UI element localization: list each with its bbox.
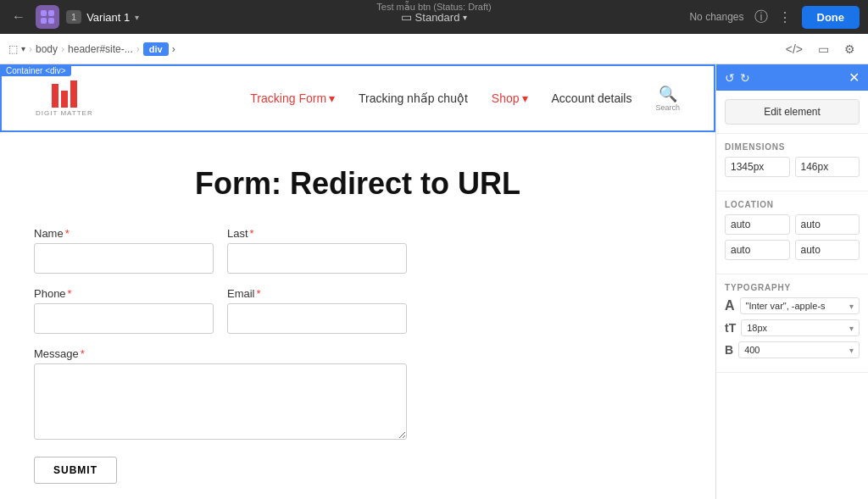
breadcrumb-bar: ⬚ ▾ › body › header#site-... › div › </>… <box>0 34 868 64</box>
name-input[interactable] <box>34 243 214 274</box>
svg-rect-2 <box>41 18 47 24</box>
location-row-2 <box>725 240 860 260</box>
logo-bar-1 <box>52 84 58 108</box>
nav-item-shop[interactable]: Shop ▾ <box>492 91 528 105</box>
container-label: Container <div> <box>1 65 71 76</box>
topbar-center: ▭ Standard ▾ <box>394 7 475 27</box>
phone-label: Phone* <box>34 287 214 300</box>
font-size-arrow: ▾ <box>849 324 854 333</box>
typography-label: TYPOGRAPHY <box>725 283 860 292</box>
bc-sep-3: › <box>136 43 140 55</box>
right-panel: ↺ ↻ ✕ Edit element DIMENSIONS LOCATION <box>715 64 868 499</box>
loc-bottom-input[interactable] <box>725 240 790 260</box>
font-family-arrow: ▾ <box>849 302 854 311</box>
nav-item-tracking-click[interactable]: Tracking nhấp chuột <box>359 91 468 105</box>
dimensions-row <box>725 157 860 177</box>
form-group-last: Last* <box>227 227 407 274</box>
font-weight-value: 400 <box>744 345 849 355</box>
width-input[interactable] <box>725 157 790 177</box>
font-family-select[interactable]: "Inter var", -apple-s ▾ <box>740 297 860 314</box>
site-header[interactable]: Container <div> DIGIT MATTER Tracking Fo… <box>0 64 715 132</box>
bc-sep-1: › <box>29 43 32 55</box>
message-textarea[interactable] <box>34 363 407 440</box>
breadcrumb-header-label: header#site-... <box>68 43 133 55</box>
form-group-phone: Phone* <box>34 287 214 334</box>
variant-badge: 1 <box>66 10 81 24</box>
loc-right-input[interactable] <box>795 214 860 235</box>
info-icon[interactable]: ⓘ <box>754 8 768 26</box>
svg-rect-3 <box>48 18 54 24</box>
name-label: Name* <box>34 227 214 240</box>
breadcrumb-add-icon: › <box>172 43 175 55</box>
edit-element-button[interactable]: Edit element <box>725 99 860 125</box>
form-group-name: Name* <box>34 227 214 274</box>
page-title: Form: Redirect to URL <box>34 166 682 202</box>
panel-header: ↺ ↻ ✕ <box>716 64 868 91</box>
form-group-message: Message* <box>34 347 407 440</box>
device-selector[interactable]: ▭ Standard ▾ <box>394 7 475 27</box>
panel-close-button[interactable]: ✕ <box>849 69 860 86</box>
redo-button[interactable]: ↻ <box>740 71 750 85</box>
nav-shop-label: Shop <box>492 91 520 105</box>
variant-selector[interactable]: 1 Variant 1 ▾ <box>66 10 139 24</box>
breadcrumb-body[interactable]: body <box>36 43 58 55</box>
back-button[interactable]: ← <box>8 6 29 28</box>
breadcrumb-body-label: body <box>36 43 58 55</box>
message-label: Message* <box>34 347 407 360</box>
font-size-value: 18px <box>747 323 849 333</box>
breadcrumb-active[interactable]: div <box>143 42 169 56</box>
font-size-select[interactable]: 18px ▾ <box>741 319 860 336</box>
nav-account-label: Account details <box>552 91 632 105</box>
breadcrumb-add[interactable]: › <box>172 43 175 55</box>
variant-arrow: ▾ <box>135 13 139 22</box>
no-changes-label: No changes <box>689 11 743 23</box>
nav-item-account[interactable]: Account details <box>552 91 632 105</box>
svg-rect-1 <box>48 10 54 16</box>
breadcrumb-right: </> ▭ ⚙ <box>782 41 860 58</box>
settings-button[interactable]: ⚙ <box>840 41 860 58</box>
device-arrow: ▾ <box>463 13 467 22</box>
redirect-form: Name* Last* Phone* <box>34 227 407 484</box>
monitor-icon: ▭ <box>401 10 412 24</box>
nav-tracking-form-label: Tracking Form <box>250 91 326 105</box>
loc-top-input[interactable] <box>725 214 790 235</box>
form-row-phone-email: Phone* Email* <box>34 287 407 334</box>
breadcrumb-header[interactable]: header#site-... <box>68 43 133 55</box>
submit-button[interactable]: SUBMIT <box>34 457 117 484</box>
main-area: Container <div> DIGIT MATTER Tracking Fo… <box>0 64 868 499</box>
dimensions-label: DIMENSIONS <box>725 142 860 152</box>
site-nav: Tracking Form ▾ Tracking nhấp chuột Shop… <box>250 85 680 112</box>
font-weight-select[interactable]: 400 ▾ <box>738 341 860 358</box>
form-group-email: Email* <box>227 287 407 334</box>
undo-button[interactable]: ↺ <box>725 71 735 85</box>
font-a-icon: A <box>725 298 735 313</box>
tt-icon: tT <box>725 321 736 335</box>
more-menu-button[interactable]: ⋮ <box>778 9 792 25</box>
typography-section: TYPOGRAPHY A "Inter var", -apple-s ▾ tT … <box>716 274 868 373</box>
code-view-button[interactable]: </> <box>782 41 807 58</box>
location-section: LOCATION <box>716 191 868 274</box>
frame-button[interactable]: ▭ <box>814 41 833 58</box>
font-family-row: A "Inter var", -apple-s ▾ <box>725 297 860 314</box>
search-icon: 🔍 <box>659 85 677 103</box>
font-weight-row: B 400 ▾ <box>725 341 860 358</box>
nav-search-button[interactable]: 🔍 Search <box>655 85 680 112</box>
breadcrumb-toggle[interactable]: ⬚ ▾ <box>8 43 25 55</box>
done-button[interactable]: Done <box>802 6 860 29</box>
location-row-1 <box>725 214 860 235</box>
nav-shop-arrow: ▾ <box>522 91 528 105</box>
nav-item-tracking-form[interactable]: Tracking Form ▾ <box>250 91 335 105</box>
page-body: Form: Redirect to URL Name* Last* <box>0 132 715 499</box>
breadcrumb-toggle-arrow: ▾ <box>21 44 25 53</box>
loc-left-input[interactable] <box>795 240 860 260</box>
device-label: Standard <box>415 11 460 24</box>
height-input[interactable] <box>795 157 860 177</box>
email-input[interactable] <box>227 303 407 334</box>
dimensions-section: DIMENSIONS <box>716 134 868 191</box>
topbar-left: ← 1 Variant 1 ▾ <box>8 5 139 29</box>
last-input[interactable] <box>227 243 407 274</box>
site-logo[interactable]: DIGIT MATTER <box>36 80 93 117</box>
phone-input[interactable] <box>34 303 214 334</box>
font-weight-arrow: ▾ <box>849 346 854 355</box>
app-icon <box>36 5 59 29</box>
